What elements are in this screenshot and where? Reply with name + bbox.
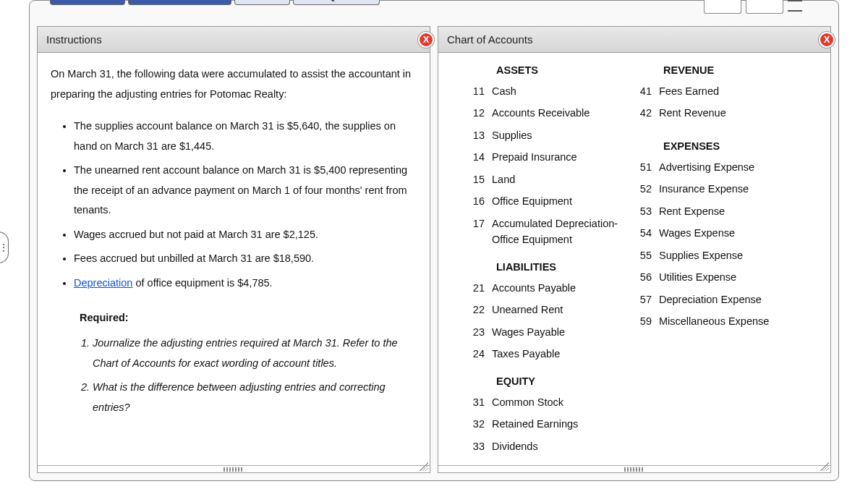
chart-panel: Chart of Accounts X ASSETS 11Cash12Accou… xyxy=(438,26,831,473)
account-number: 17 xyxy=(467,216,485,248)
account-number: 52 xyxy=(634,181,652,197)
account-row: 32Retained Earnings xyxy=(467,413,634,435)
account-row: 41Fees Earned xyxy=(634,80,801,102)
account-row: 54Wages Expense xyxy=(634,222,801,244)
instructions-title: Instructions xyxy=(46,33,102,46)
account-number: 21 xyxy=(467,280,485,296)
account-name: Land xyxy=(492,171,634,187)
account-number: 42 xyxy=(634,105,652,121)
account-number: 56 xyxy=(634,269,652,285)
account-name: Prepaid Insurance xyxy=(492,149,634,165)
account-number: 32 xyxy=(467,416,485,432)
tab-instructions[interactable]: Instructions xyxy=(50,0,125,5)
list-item: Wages accrued but not paid at March 31 a… xyxy=(74,223,417,247)
account-row: 31Common Stock xyxy=(467,391,634,413)
required-label: Required: xyxy=(80,308,417,328)
account-number: 13 xyxy=(467,127,485,143)
account-number: 15 xyxy=(467,171,485,187)
account-row: 23Wages Payable xyxy=(467,321,634,343)
account-row: 42Rent Revenue xyxy=(634,102,801,124)
account-number: 16 xyxy=(467,193,485,209)
account-row: 11Cash xyxy=(467,80,634,102)
account-name: Accounts Payable xyxy=(492,280,634,296)
tab-journal[interactable]: Journal xyxy=(234,0,290,5)
chart-header: Chart of Accounts X xyxy=(438,27,830,53)
tab-chart-of-accounts[interactable]: Chart of Accounts xyxy=(128,0,231,5)
account-row: 57Depreciation Expense xyxy=(634,289,801,310)
account-name: Rent Expense xyxy=(659,203,801,219)
account-row: 59Miscellaneous Expense xyxy=(634,310,801,332)
depreciation-link[interactable]: Depreciation xyxy=(74,277,132,289)
account-row: 51Advertising Expense xyxy=(634,156,801,178)
top-right-controls xyxy=(704,0,802,14)
intro-text: On March 31, the following data were acc… xyxy=(51,64,417,104)
close-icon[interactable]: X xyxy=(819,32,835,48)
account-row: 53Rent Expense xyxy=(634,200,801,222)
list-item: Depreciation of office equipment is $4,7… xyxy=(74,271,417,296)
account-row: 24Taxes Payable xyxy=(467,343,634,365)
account-name: Fees Earned xyxy=(659,83,801,99)
account-number: 51 xyxy=(634,159,652,175)
account-name: Rent Revenue xyxy=(659,105,801,121)
account-name: Supplies Expense xyxy=(659,247,801,263)
account-name: Wages Expense xyxy=(659,225,801,241)
account-name: Advertising Expense xyxy=(659,159,801,175)
section-assets: ASSETS xyxy=(496,64,634,76)
close-icon[interactable]: X xyxy=(418,32,434,48)
account-name: Dividends xyxy=(492,438,634,454)
account-number: 33 xyxy=(467,438,485,454)
account-name: Utilities Expense xyxy=(659,269,801,285)
list-item: The unearned rent account balance on Mar… xyxy=(74,158,417,223)
account-row: 21Accounts Payable xyxy=(467,277,634,299)
score-box-1[interactable] xyxy=(704,0,741,14)
account-name: Supplies xyxy=(492,127,634,143)
chart-body: ASSETS 11Cash12Accounts Receivable13Supp… xyxy=(438,53,830,465)
account-name: Insurance Expense xyxy=(659,181,801,197)
resize-corner-icon[interactable] xyxy=(420,462,428,471)
account-row: 14Prepaid Insurance xyxy=(467,146,634,168)
tab-final-question[interactable]: Final Question xyxy=(293,0,380,5)
account-number: 11 xyxy=(467,83,485,99)
account-name: Retained Earnings xyxy=(492,416,634,432)
list-item: The supplies account balance on March 31… xyxy=(74,114,417,158)
account-name: Wages Payable xyxy=(492,324,634,340)
instructions-header: Instructions X xyxy=(38,27,430,53)
bullet-list: The supplies account balance on March 31… xyxy=(74,114,417,295)
score-box-2[interactable] xyxy=(746,0,783,14)
account-name: Unearned Rent xyxy=(492,302,634,318)
exercise-card: Instructions Chart of Accounts Journal F… xyxy=(29,0,839,481)
account-number: 14 xyxy=(467,149,485,165)
menu-icon[interactable] xyxy=(788,0,802,12)
account-name: Accounts Receivable xyxy=(492,105,634,121)
account-number: 24 xyxy=(467,346,485,362)
account-number: 23 xyxy=(467,324,485,340)
account-number: 59 xyxy=(634,313,652,329)
account-number: 12 xyxy=(467,105,485,121)
account-row: 17Accumulated Depreciation-Office Equipm… xyxy=(467,213,634,251)
grip-icon xyxy=(224,467,244,472)
list-item: What is the difference between adjusting… xyxy=(93,375,417,420)
account-row: 33Dividends xyxy=(467,435,634,457)
account-name: Taxes Payable xyxy=(492,346,634,362)
side-handle[interactable] xyxy=(0,231,9,263)
account-row: 15Land xyxy=(467,169,634,190)
account-row: 16Office Equipment xyxy=(467,190,634,212)
account-name: Accumulated Depreciation-Office Equipmen… xyxy=(492,216,634,248)
account-row: 55Supplies Expense xyxy=(634,244,801,266)
account-number: 41 xyxy=(634,83,652,99)
coa-left-column: ASSETS 11Cash12Accounts Receivable13Supp… xyxy=(467,61,634,457)
coa-right-column: REVENUE 41Fees Earned42Rent Revenue EXPE… xyxy=(634,61,801,457)
resize-corner-icon[interactable] xyxy=(820,462,829,471)
account-name: Common Stock xyxy=(492,394,634,410)
instructions-panel: Instructions X On March 31, the followin… xyxy=(37,26,430,473)
account-row: 52Insurance Expense xyxy=(634,178,801,200)
panel-scroll-handle[interactable] xyxy=(38,465,430,472)
account-name: Cash xyxy=(492,83,634,99)
account-number: 31 xyxy=(467,394,485,410)
account-row: 13Supplies xyxy=(467,124,634,146)
required-list: Journalize the adjusting entries require… xyxy=(93,331,417,420)
panel-scroll-handle[interactable] xyxy=(438,465,830,472)
section-revenue: REVENUE xyxy=(663,64,801,76)
account-name: Office Equipment xyxy=(492,193,634,209)
section-liabilities: LIABILITIES xyxy=(496,261,634,273)
